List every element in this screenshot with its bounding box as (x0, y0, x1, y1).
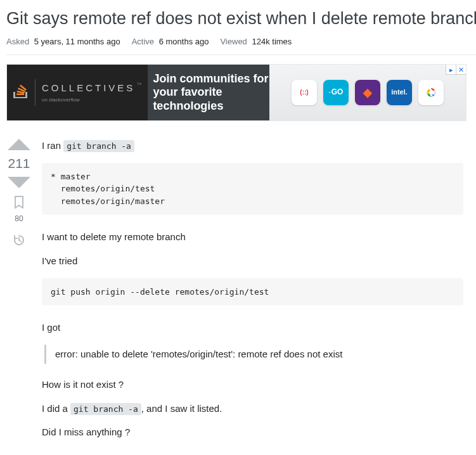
meta-viewed: Viewed 124k times (220, 36, 292, 48)
chip-golang[interactable]: -GO (323, 80, 349, 105)
history-icon[interactable] (13, 234, 25, 250)
question-title[interactable]: Git says remote ref does not exist when … (6, 6, 476, 31)
vote-column: 211 80 (6, 139, 32, 449)
question-meta: Asked 5 years, 11 months ago Active 6 mo… (6, 36, 476, 55)
ad-info-icon[interactable]: ▸ (446, 65, 456, 75)
error-quote: error: unable to delete 'remotes/origin/… (44, 345, 463, 364)
ad-close-icon[interactable]: ✕ (456, 65, 466, 75)
body-p1: I ran git branch -a (42, 139, 463, 153)
body-p3: I've tried (42, 254, 463, 268)
ad-chips: (::) -GO ◆ intel. (269, 65, 466, 120)
ad-brand-sub: on stackoverflow (42, 96, 141, 104)
chip-intel[interactable]: intel. (387, 80, 412, 105)
body-p7: Did I miss anything ? (42, 425, 463, 439)
ad-tm: ™ (136, 81, 141, 89)
stackoverflow-icon (13, 80, 29, 105)
chip-twilio[interactable]: (::) (292, 80, 317, 105)
body-p6: I did a git branch -a, and I saw it list… (42, 402, 463, 416)
ad-headline-area: Join communities for your favorite techn… (148, 65, 269, 120)
inline-code: git branch -a (70, 403, 141, 415)
ad-banner[interactable]: COLLECTIVES ™ on stackoverflow Join comm… (6, 64, 466, 121)
bookmark-icon[interactable] (14, 196, 24, 212)
upvote-button[interactable] (8, 139, 30, 150)
body-p4: I got (42, 321, 463, 335)
vote-score: 211 (8, 154, 30, 173)
meta-asked: Asked 5 years, 11 months ago (6, 36, 120, 48)
chip-gitlab[interactable]: ◆ (355, 80, 380, 105)
body-p5: How is it not exist ? (42, 378, 463, 392)
ad-brand-name: COLLECTIVES (42, 81, 135, 95)
chip-gcloud[interactable] (418, 80, 444, 105)
ad-brand: COLLECTIVES ™ on stackoverflow (7, 65, 148, 120)
inline-code: git branch -a (63, 140, 134, 152)
downvote-button[interactable] (8, 177, 30, 188)
code-block-2: git push origin --delete remotes/origin/… (42, 278, 463, 306)
question-body: I ran git branch -a * master remotes/ori… (42, 139, 476, 449)
code-block-1: * master remotes/origin/test remotes/ori… (42, 163, 463, 215)
meta-active[interactable]: Active 6 months ago (132, 36, 209, 48)
ad-headline: Join communities for your favorite techn… (148, 72, 269, 113)
body-p2: I want to delete my remote branch (42, 230, 463, 244)
bookmark-count: 80 (15, 214, 23, 224)
